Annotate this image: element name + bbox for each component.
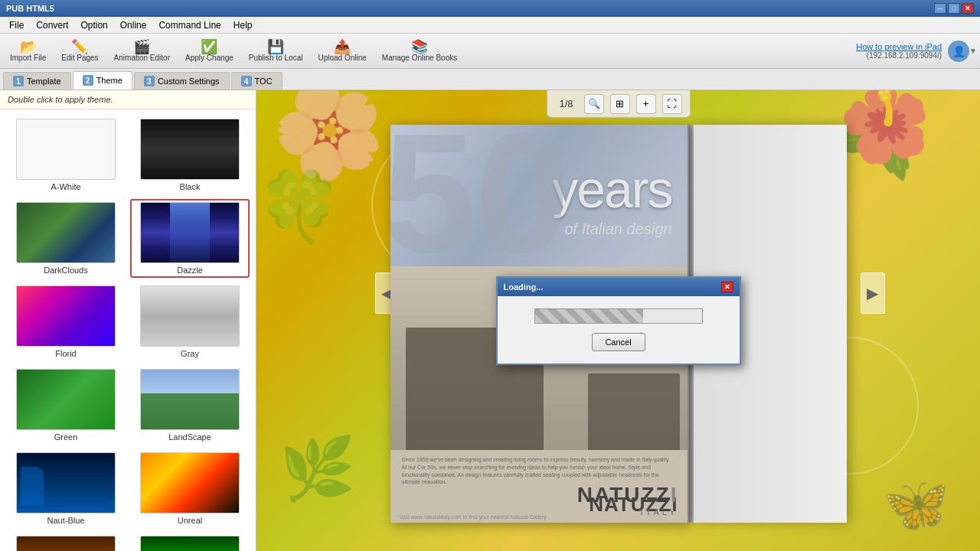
left-panel: Double click to apply theme. A-White Bla… bbox=[0, 90, 256, 551]
search-view-button[interactable]: 🔍 bbox=[584, 94, 604, 114]
tab-custom-settings[interactable]: 3 Custom Settings bbox=[134, 72, 230, 90]
theme-item-black[interactable]: Black bbox=[130, 116, 250, 194]
right-panel: 🌸 🍀 🌺 🌿 🦋 1/8 🔍 ⊞ + ⛶ ◀ bbox=[256, 90, 980, 551]
theme-thumb-florid bbox=[16, 285, 116, 347]
menu-item-option[interactable]: Option bbox=[74, 18, 113, 32]
menu-item-file[interactable]: File bbox=[3, 18, 30, 32]
theme-thumb-black bbox=[140, 119, 240, 180]
theme-item-dazzle[interactable]: Dazzle bbox=[130, 199, 250, 278]
dialog-body: Cancel bbox=[498, 296, 740, 364]
theme-item-florid[interactable]: Florid bbox=[6, 282, 126, 361]
hint-bar: Double click to apply theme. bbox=[0, 90, 256, 109]
import-file-icon: 📂 bbox=[20, 40, 37, 54]
tabs-row: 1 Template 2 Theme 3 Custom Settings 4 T… bbox=[0, 69, 980, 90]
decoration-flower-4: 🌿 bbox=[279, 433, 356, 505]
next-page-button[interactable]: ▶ bbox=[861, 272, 885, 314]
manage-books-button[interactable]: 📚 Manage Online Books bbox=[375, 36, 464, 67]
theme-thumb-unreal bbox=[140, 452, 240, 514]
tab-theme[interactable]: 2 Theme bbox=[73, 71, 132, 90]
ipad-preview-link[interactable]: How to preview in iPad bbox=[856, 42, 942, 51]
toolbar-right: How to preview in iPad (192.168.2.109:90… bbox=[856, 41, 977, 62]
visit-text: Visit www.natuzziitaly.com to find your … bbox=[400, 514, 547, 520]
tab-toc[interactable]: 4 TOC bbox=[231, 72, 283, 90]
progress-bar-container bbox=[534, 308, 703, 324]
maximize-button[interactable]: □ bbox=[948, 3, 960, 14]
theme-thumb-more2 bbox=[140, 536, 240, 551]
anniversary-number: 50 bbox=[390, 125, 570, 278]
fullscreen-button[interactable]: ⛶ bbox=[662, 94, 682, 114]
theme-item-unreal[interactable]: Unreal bbox=[130, 449, 250, 528]
theme-name-awhite: A-White bbox=[51, 182, 80, 191]
ip-address: (192.168.2.109:9094/) bbox=[856, 51, 942, 60]
dialog-close-button[interactable]: ✕ bbox=[721, 282, 733, 292]
loading-dialog: Loading... ✕ Cancel bbox=[496, 276, 741, 365]
years-text: years bbox=[552, 163, 671, 215]
tab-label-custom: Custom Settings bbox=[158, 77, 220, 86]
progress-bar-fill bbox=[535, 309, 644, 323]
publish-local-button[interactable]: 💾 Publish to Local bbox=[242, 36, 310, 67]
grid-view-button[interactable]: ⊞ bbox=[610, 94, 630, 114]
theme-item-green[interactable]: Green bbox=[6, 366, 126, 445]
theme-item-nautblue[interactable]: Naut-Blue bbox=[6, 449, 126, 528]
apply-change-icon: ✅ bbox=[201, 40, 217, 54]
theme-thumb-nautblue bbox=[16, 452, 116, 514]
italy-text: ITALY bbox=[641, 507, 678, 517]
viewer-toolbar: 1/8 🔍 ⊞ + ⛶ bbox=[546, 90, 690, 118]
dialog-title-bar: Loading... ✕ bbox=[498, 278, 740, 296]
tab-num-4: 4 bbox=[241, 76, 252, 86]
brand-stack: NATUZZI ITALY bbox=[390, 483, 688, 517]
menu-item-help[interactable]: Help bbox=[227, 18, 259, 32]
cancel-button[interactable]: Cancel bbox=[592, 333, 645, 351]
italian-design-text: of Italian design bbox=[564, 220, 671, 238]
theme-item-more2[interactable] bbox=[130, 533, 250, 551]
user-avatar[interactable]: 👤 bbox=[948, 41, 969, 62]
natuzzi-brand: NATUZZI bbox=[577, 483, 678, 507]
theme-thumb-landscape bbox=[140, 369, 240, 430]
menu-item-convert[interactable]: Convert bbox=[30, 18, 74, 32]
theme-item-awhite[interactable]: A-White bbox=[6, 116, 126, 194]
window-controls: ─ □ ✕ bbox=[934, 3, 974, 14]
theme-grid: A-White Black DarkClouds Dazzle bbox=[0, 109, 256, 551]
theme-item-more1[interactable] bbox=[6, 533, 126, 551]
close-button[interactable]: ✕ bbox=[962, 3, 974, 14]
decoration-flower-2: 🍀 bbox=[256, 167, 342, 247]
toolbar: 📂 Import File ✏️ Edit Pages 🎬 Animation … bbox=[0, 34, 980, 69]
tab-template[interactable]: 1 Template bbox=[3, 72, 71, 90]
theme-name-dazzle: Dazzle bbox=[177, 266, 203, 275]
publish-local-icon: 💾 bbox=[267, 40, 284, 54]
app-title: PUB HTML5 bbox=[6, 4, 54, 13]
upload-online-button[interactable]: 📤 Upload Online bbox=[311, 36, 373, 67]
page-indicator: 1/8 bbox=[554, 96, 577, 111]
theme-item-gray[interactable]: Gray bbox=[130, 282, 250, 361]
minimize-button[interactable]: ─ bbox=[934, 3, 946, 14]
theme-name-unreal: Unreal bbox=[178, 516, 202, 525]
furniture-2 bbox=[588, 373, 680, 450]
tab-num-1: 1 bbox=[13, 76, 24, 86]
theme-name-darkclouds: DarkClouds bbox=[44, 266, 87, 275]
catalog-footer: Since 1959 we've been designing and crea… bbox=[390, 450, 688, 523]
theme-name-gray: Gray bbox=[181, 349, 199, 358]
edit-pages-icon: ✏️ bbox=[71, 40, 88, 54]
animation-editor-button[interactable]: 🎬 Animation Editor bbox=[107, 36, 177, 67]
manage-books-icon: 📚 bbox=[411, 40, 428, 54]
theme-thumb-more1 bbox=[16, 536, 116, 551]
apply-change-button[interactable]: ✅ Apply Change bbox=[178, 36, 240, 67]
theme-thumb-green bbox=[16, 369, 116, 430]
tab-label-template: Template bbox=[27, 77, 61, 86]
help-links: How to preview in iPad (192.168.2.109:90… bbox=[856, 42, 942, 60]
theme-thumb-gray bbox=[140, 285, 240, 347]
theme-name-green: Green bbox=[54, 432, 78, 442]
menu-item-commandline[interactable]: Command Line bbox=[152, 18, 227, 32]
theme-item-landscape[interactable]: LandScape bbox=[130, 366, 250, 445]
upload-online-icon: 📤 bbox=[334, 40, 351, 54]
theme-thumb-awhite bbox=[16, 119, 116, 180]
edit-pages-button[interactable]: ✏️ Edit Pages bbox=[54, 36, 105, 67]
menu-bar: File Convert Option Online Command Line … bbox=[0, 17, 980, 34]
theme-item-darkclouds[interactable]: DarkClouds bbox=[6, 199, 126, 278]
chevron-down-icon: ▼ bbox=[969, 47, 977, 55]
theme-name-florid: Florid bbox=[55, 349, 77, 358]
import-file-button[interactable]: 📂 Import File bbox=[3, 36, 53, 67]
zoom-in-button[interactable]: + bbox=[636, 94, 656, 114]
menu-item-online[interactable]: Online bbox=[114, 18, 153, 32]
theme-grid-container: A-White Black DarkClouds Dazzle bbox=[0, 109, 256, 551]
